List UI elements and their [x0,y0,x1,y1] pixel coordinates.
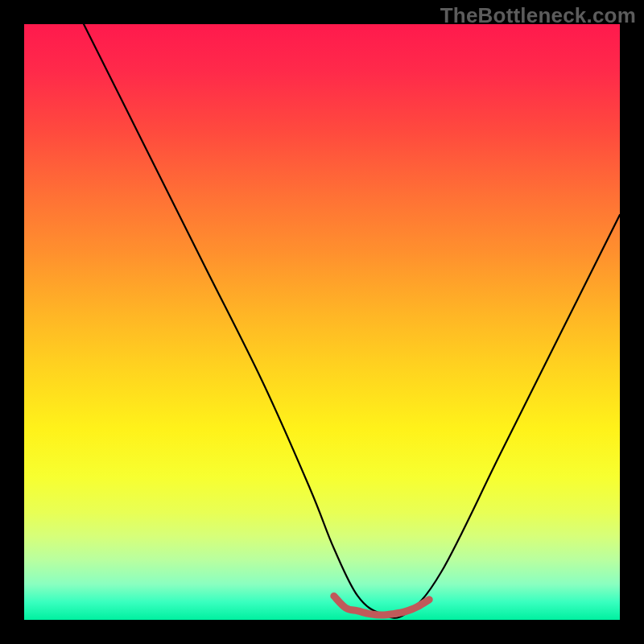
plot-area [24,24,620,620]
watermark-text: TheBottleneck.com [440,3,636,28]
main-curve-path [84,24,620,618]
curves-svg [24,24,620,620]
chart-stage: TheBottleneck.com [0,0,644,644]
bottom-marker-path [334,596,429,615]
